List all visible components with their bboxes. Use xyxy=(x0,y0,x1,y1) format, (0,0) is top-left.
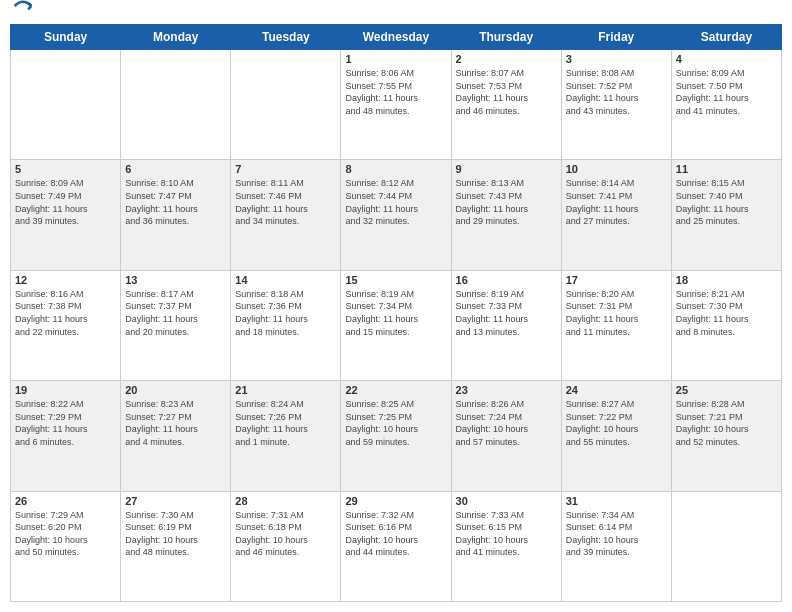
day-number: 3 xyxy=(566,53,667,65)
day-number: 8 xyxy=(345,163,446,175)
day-number: 26 xyxy=(15,495,116,507)
calendar-cell: 11Sunrise: 8:15 AM Sunset: 7:40 PM Dayli… xyxy=(671,160,781,270)
day-info: Sunrise: 7:32 AM Sunset: 6:16 PM Dayligh… xyxy=(345,509,446,559)
calendar-cell xyxy=(121,50,231,160)
day-number: 14 xyxy=(235,274,336,286)
logo-icon xyxy=(13,0,33,16)
weekday-wednesday: Wednesday xyxy=(341,25,451,50)
calendar-cell: 20Sunrise: 8:23 AM Sunset: 7:27 PM Dayli… xyxy=(121,381,231,491)
day-number: 21 xyxy=(235,384,336,396)
calendar-cell: 29Sunrise: 7:32 AM Sunset: 6:16 PM Dayli… xyxy=(341,491,451,601)
day-info: Sunrise: 8:06 AM Sunset: 7:55 PM Dayligh… xyxy=(345,67,446,117)
day-number: 28 xyxy=(235,495,336,507)
calendar-cell: 30Sunrise: 7:33 AM Sunset: 6:15 PM Dayli… xyxy=(451,491,561,601)
calendar-cell: 18Sunrise: 8:21 AM Sunset: 7:30 PM Dayli… xyxy=(671,270,781,380)
calendar-cell: 12Sunrise: 8:16 AM Sunset: 7:38 PM Dayli… xyxy=(11,270,121,380)
day-number: 16 xyxy=(456,274,557,286)
calendar-cell: 21Sunrise: 8:24 AM Sunset: 7:26 PM Dayli… xyxy=(231,381,341,491)
day-info: Sunrise: 8:25 AM Sunset: 7:25 PM Dayligh… xyxy=(345,398,446,448)
day-info: Sunrise: 7:34 AM Sunset: 6:14 PM Dayligh… xyxy=(566,509,667,559)
calendar-cell xyxy=(671,491,781,601)
day-info: Sunrise: 8:23 AM Sunset: 7:27 PM Dayligh… xyxy=(125,398,226,448)
day-info: Sunrise: 8:11 AM Sunset: 7:46 PM Dayligh… xyxy=(235,177,336,227)
calendar-cell: 1Sunrise: 8:06 AM Sunset: 7:55 PM Daylig… xyxy=(341,50,451,160)
day-info: Sunrise: 8:13 AM Sunset: 7:43 PM Dayligh… xyxy=(456,177,557,227)
day-number: 5 xyxy=(15,163,116,175)
calendar-cell: 15Sunrise: 8:19 AM Sunset: 7:34 PM Dayli… xyxy=(341,270,451,380)
weekday-thursday: Thursday xyxy=(451,25,561,50)
week-row-3: 12Sunrise: 8:16 AM Sunset: 7:38 PM Dayli… xyxy=(11,270,782,380)
calendar-cell: 5Sunrise: 8:09 AM Sunset: 7:49 PM Daylig… xyxy=(11,160,121,270)
calendar-cell: 28Sunrise: 7:31 AM Sunset: 6:18 PM Dayli… xyxy=(231,491,341,601)
day-number: 15 xyxy=(345,274,446,286)
calendar-cell: 24Sunrise: 8:27 AM Sunset: 7:22 PM Dayli… xyxy=(561,381,671,491)
calendar-cell xyxy=(231,50,341,160)
calendar-cell: 4Sunrise: 8:09 AM Sunset: 7:50 PM Daylig… xyxy=(671,50,781,160)
day-info: Sunrise: 7:29 AM Sunset: 6:20 PM Dayligh… xyxy=(15,509,116,559)
day-info: Sunrise: 8:10 AM Sunset: 7:47 PM Dayligh… xyxy=(125,177,226,227)
week-row-4: 19Sunrise: 8:22 AM Sunset: 7:29 PM Dayli… xyxy=(11,381,782,491)
day-number: 23 xyxy=(456,384,557,396)
day-number: 18 xyxy=(676,274,777,286)
weekday-monday: Monday xyxy=(121,25,231,50)
week-row-2: 5Sunrise: 8:09 AM Sunset: 7:49 PM Daylig… xyxy=(11,160,782,270)
calendar-cell xyxy=(11,50,121,160)
day-info: Sunrise: 7:31 AM Sunset: 6:18 PM Dayligh… xyxy=(235,509,336,559)
day-number: 9 xyxy=(456,163,557,175)
day-number: 24 xyxy=(566,384,667,396)
day-info: Sunrise: 8:19 AM Sunset: 7:34 PM Dayligh… xyxy=(345,288,446,338)
weekday-sunday: Sunday xyxy=(11,25,121,50)
day-info: Sunrise: 8:22 AM Sunset: 7:29 PM Dayligh… xyxy=(15,398,116,448)
day-info: Sunrise: 8:21 AM Sunset: 7:30 PM Dayligh… xyxy=(676,288,777,338)
day-info: Sunrise: 8:20 AM Sunset: 7:31 PM Dayligh… xyxy=(566,288,667,338)
calendar-cell: 16Sunrise: 8:19 AM Sunset: 7:33 PM Dayli… xyxy=(451,270,561,380)
day-info: Sunrise: 8:12 AM Sunset: 7:44 PM Dayligh… xyxy=(345,177,446,227)
calendar-cell: 10Sunrise: 8:14 AM Sunset: 7:41 PM Dayli… xyxy=(561,160,671,270)
day-number: 31 xyxy=(566,495,667,507)
day-number: 20 xyxy=(125,384,226,396)
calendar-cell: 7Sunrise: 8:11 AM Sunset: 7:46 PM Daylig… xyxy=(231,160,341,270)
calendar-table: SundayMondayTuesdayWednesdayThursdayFrid… xyxy=(10,24,782,602)
day-number: 2 xyxy=(456,53,557,65)
calendar-cell: 3Sunrise: 8:08 AM Sunset: 7:52 PM Daylig… xyxy=(561,50,671,160)
calendar-cell: 25Sunrise: 8:28 AM Sunset: 7:21 PM Dayli… xyxy=(671,381,781,491)
weekday-saturday: Saturday xyxy=(671,25,781,50)
logo xyxy=(10,10,33,16)
day-info: Sunrise: 8:28 AM Sunset: 7:21 PM Dayligh… xyxy=(676,398,777,448)
day-number: 19 xyxy=(15,384,116,396)
weekday-header-row: SundayMondayTuesdayWednesdayThursdayFrid… xyxy=(11,25,782,50)
day-number: 7 xyxy=(235,163,336,175)
week-row-1: 1Sunrise: 8:06 AM Sunset: 7:55 PM Daylig… xyxy=(11,50,782,160)
day-info: Sunrise: 8:24 AM Sunset: 7:26 PM Dayligh… xyxy=(235,398,336,448)
day-number: 27 xyxy=(125,495,226,507)
day-info: Sunrise: 8:18 AM Sunset: 7:36 PM Dayligh… xyxy=(235,288,336,338)
day-info: Sunrise: 8:14 AM Sunset: 7:41 PM Dayligh… xyxy=(566,177,667,227)
calendar-cell: 31Sunrise: 7:34 AM Sunset: 6:14 PM Dayli… xyxy=(561,491,671,601)
weekday-friday: Friday xyxy=(561,25,671,50)
calendar-cell: 8Sunrise: 8:12 AM Sunset: 7:44 PM Daylig… xyxy=(341,160,451,270)
day-info: Sunrise: 8:16 AM Sunset: 7:38 PM Dayligh… xyxy=(15,288,116,338)
calendar-cell: 26Sunrise: 7:29 AM Sunset: 6:20 PM Dayli… xyxy=(11,491,121,601)
day-number: 12 xyxy=(15,274,116,286)
day-number: 30 xyxy=(456,495,557,507)
day-info: Sunrise: 7:30 AM Sunset: 6:19 PM Dayligh… xyxy=(125,509,226,559)
calendar-cell: 17Sunrise: 8:20 AM Sunset: 7:31 PM Dayli… xyxy=(561,270,671,380)
day-info: Sunrise: 8:19 AM Sunset: 7:33 PM Dayligh… xyxy=(456,288,557,338)
calendar-cell: 2Sunrise: 8:07 AM Sunset: 7:53 PM Daylig… xyxy=(451,50,561,160)
day-number: 17 xyxy=(566,274,667,286)
calendar-cell: 23Sunrise: 8:26 AM Sunset: 7:24 PM Dayli… xyxy=(451,381,561,491)
header xyxy=(10,10,782,16)
weekday-tuesday: Tuesday xyxy=(231,25,341,50)
calendar-cell: 19Sunrise: 8:22 AM Sunset: 7:29 PM Dayli… xyxy=(11,381,121,491)
day-number: 1 xyxy=(345,53,446,65)
calendar-cell: 6Sunrise: 8:10 AM Sunset: 7:47 PM Daylig… xyxy=(121,160,231,270)
day-info: Sunrise: 8:07 AM Sunset: 7:53 PM Dayligh… xyxy=(456,67,557,117)
day-info: Sunrise: 8:27 AM Sunset: 7:22 PM Dayligh… xyxy=(566,398,667,448)
day-info: Sunrise: 8:08 AM Sunset: 7:52 PM Dayligh… xyxy=(566,67,667,117)
page: SundayMondayTuesdayWednesdayThursdayFrid… xyxy=(0,0,792,612)
day-info: Sunrise: 8:17 AM Sunset: 7:37 PM Dayligh… xyxy=(125,288,226,338)
day-number: 22 xyxy=(345,384,446,396)
day-number: 25 xyxy=(676,384,777,396)
week-row-5: 26Sunrise: 7:29 AM Sunset: 6:20 PM Dayli… xyxy=(11,491,782,601)
day-number: 6 xyxy=(125,163,226,175)
